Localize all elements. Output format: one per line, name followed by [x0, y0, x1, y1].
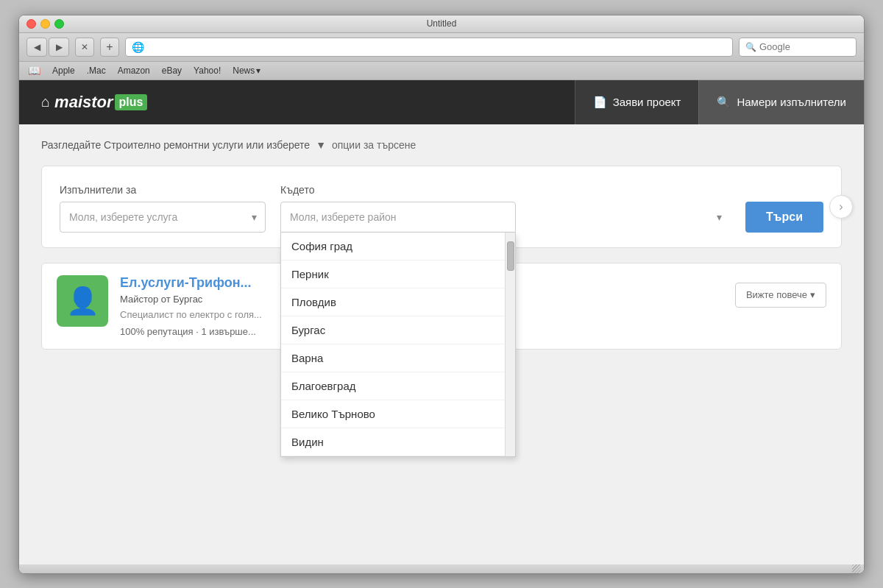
bookmark-news[interactable]: News ▾ — [233, 65, 260, 76]
dropdown-item-pernik[interactable]: Перник — [281, 261, 515, 288]
region-select-wrapper: Моля, изберете район София град Перник П… — [280, 202, 731, 233]
logo-area: ⌂ maistor plus — [19, 93, 575, 112]
stop-icon: ✕ — [81, 42, 88, 52]
dropdown-item-burgas[interactable]: Бургас — [281, 316, 515, 344]
logo-text: maistor plus — [54, 93, 147, 112]
zaivi-btn[interactable]: 📄 Заяви проект — [575, 80, 699, 124]
back-button[interactable]: ◀ — [26, 38, 47, 57]
window-title: Untitled — [427, 18, 457, 29]
toolbar: ◀ ▶ ✕ + 🌐 🔍 — [19, 33, 864, 62]
scrollbar[interactable] — [505, 233, 515, 456]
search-icon: 🔍 — [745, 42, 756, 52]
arrow-right-icon: › — [839, 200, 843, 213]
main-content: Разгледайте Строително ремонтни услуги и… — [19, 124, 864, 564]
maximize-button[interactable] — [54, 19, 64, 29]
more-button[interactable]: Вижте повече ▾ — [735, 283, 826, 308]
more-label: Вижте повече — [746, 289, 807, 300]
dropdown-item-blagoevgrad[interactable]: Благоевград — [281, 372, 515, 400]
house-icon: ⌂ — [41, 93, 50, 110]
search-input[interactable] — [759, 41, 833, 52]
close-button[interactable] — [26, 19, 36, 29]
avatar: 👤 — [57, 275, 108, 327]
region-select[interactable]: Моля, изберете район — [280, 202, 516, 233]
form-row: Изпълнители за Моля, изберете услуга Къд… — [60, 184, 823, 233]
zaivi-icon: 📄 — [593, 96, 607, 109]
dropdown-item-vt[interactable]: Велико Търново — [281, 400, 515, 428]
forward-icon: ▶ — [56, 42, 63, 52]
bookmark-ebay[interactable]: eBay — [162, 65, 182, 76]
dropdown-item-plovdiv[interactable]: Пловдив — [281, 288, 515, 316]
back-icon: ◀ — [34, 42, 40, 52]
bookmark-amazon[interactable]: Amazon — [118, 65, 150, 76]
bookmark-yahoo[interactable]: Yahoo! — [194, 65, 221, 76]
search-form-card: Изпълнители за Моля, изберете услуга Къд… — [41, 166, 842, 248]
page-content: ⌂ maistor plus 📄 Заяви проект 🔍 Намери и… — [19, 80, 864, 564]
plus-icon: + — [106, 40, 113, 54]
region-dropdown: София град Перник Пловдив Бургас Варна Б… — [280, 233, 516, 457]
search-button[interactable]: Търси — [745, 202, 823, 233]
options-link[interactable]: опции за търсене — [332, 139, 416, 151]
service-group: Изпълнители за Моля, изберете услуга — [60, 184, 266, 233]
forward-button[interactable]: ▶ — [49, 38, 69, 57]
logo-maistor: maistor — [54, 93, 113, 112]
region-group: Където Моля, изберете район София град П… — [280, 184, 731, 233]
dropdown-item-vidin[interactable]: Видин — [281, 428, 515, 456]
zaivi-label: Заяви проект — [613, 96, 681, 108]
search-description: Разгледайте Строително ремонтни услуги и… — [41, 139, 842, 151]
new-tab-button[interactable]: + — [100, 38, 119, 57]
bookmarks-icon: 📖 — [28, 65, 40, 77]
bookmark-apple[interactable]: Apple — [52, 65, 75, 76]
service-select-wrapper: Моля, изберете услуга — [60, 202, 266, 233]
nameri-btn[interactable]: 🔍 Намери изпълнители — [698, 80, 864, 124]
globe-icon: 🌐 — [132, 41, 144, 53]
scrollbar-thumb — [507, 241, 514, 271]
service-select[interactable]: Моля, изберете услуга — [60, 202, 266, 233]
nameri-icon: 🔍 — [717, 96, 731, 109]
logo-plus: plus — [115, 94, 148, 110]
resize-handle[interactable] — [19, 564, 864, 573]
more-chevron-icon: ▾ — [810, 289, 815, 300]
stop-button[interactable]: ✕ — [75, 38, 94, 57]
nav-buttons: ◀ ▶ — [26, 38, 69, 57]
dropdown-item-sofia[interactable]: София град — [281, 233, 515, 261]
page-arrow[interactable]: › — [829, 195, 853, 219]
avatar-icon: 👤 — [66, 286, 99, 316]
service-label: Изпълнители за — [60, 184, 266, 196]
site-header: ⌂ maistor plus 📄 Заяви проект 🔍 Намери и… — [19, 80, 864, 124]
browser-window: Untitled ◀ ▶ ✕ + 🌐 🔍 📖 Apple .Mac — [18, 15, 865, 574]
description-text: Разгледайте Строително ремонтни услуги и… — [41, 139, 310, 151]
resize-icon — [852, 564, 861, 573]
news-label: News — [233, 65, 255, 76]
address-input[interactable] — [147, 41, 726, 52]
bookmark-mac[interactable]: .Mac — [87, 65, 106, 76]
dropdown-scroll: София град Перник Пловдив Бургас Варна Б… — [281, 233, 515, 456]
news-chevron-icon: ▾ — [256, 65, 260, 76]
nameri-label: Намери изпълнители — [737, 96, 846, 108]
filter-icon: ▼ — [316, 139, 326, 151]
traffic-lights — [26, 19, 64, 29]
search-bar[interactable]: 🔍 — [739, 38, 857, 57]
minimize-button[interactable] — [40, 19, 50, 29]
address-bar[interactable]: 🌐 — [125, 38, 733, 57]
region-label: Където — [280, 184, 731, 196]
title-bar: Untitled — [19, 15, 864, 33]
bookmarks-bar: 📖 Apple .Mac Amazon eBay Yahoo! News ▾ — [19, 62, 864, 80]
dropdown-item-varna[interactable]: Варна — [281, 344, 515, 372]
